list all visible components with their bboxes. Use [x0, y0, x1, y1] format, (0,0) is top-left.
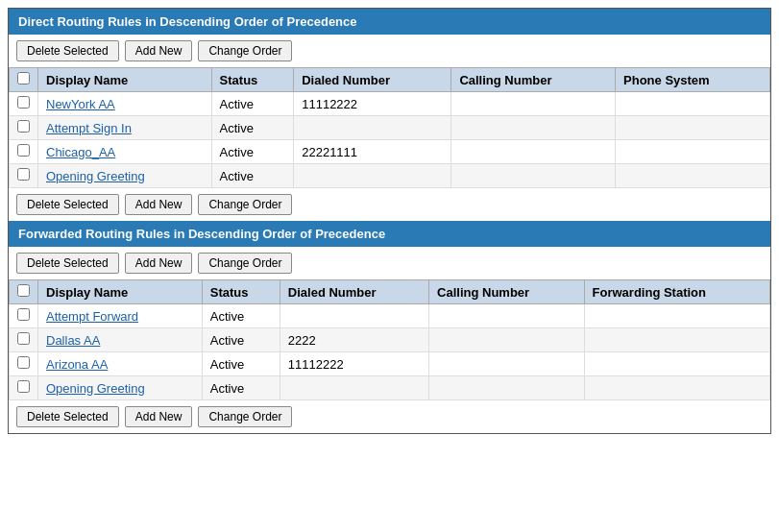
direct-col-phone-system: Phone System [616, 68, 770, 92]
display-name-link[interactable]: Chicago_AA [46, 145, 115, 159]
row-forwarding-station [584, 352, 769, 376]
row-checkbox[interactable] [17, 144, 30, 157]
row-status: Active [202, 328, 280, 352]
direct-routing-table: Display Name Status Dialed Number Callin… [9, 67, 770, 188]
main-container: Direct Routing Rules in Descending Order… [8, 8, 771, 434]
forwarded-col-status: Status [202, 280, 280, 304]
display-name-link[interactable]: Opening Greeting [46, 381, 145, 396]
direct-bottom-add-button[interactable]: Add New [125, 194, 193, 215]
row-checkbox-cell [10, 352, 38, 376]
table-row: Chicago_AA Active 22221111 [10, 140, 770, 164]
row-dialed-number [280, 304, 428, 328]
forwarded-top-delete-button[interactable]: Delete Selected [16, 253, 119, 274]
row-dialed-number: 11112222 [294, 92, 451, 116]
table-row: Arizona AA Active 11112222 [10, 352, 770, 376]
table-row: Dallas AA Active 2222 [10, 328, 770, 352]
row-checkbox-cell [10, 376, 38, 400]
direct-col-dialed-number: Dialed Number [294, 68, 451, 92]
direct-top-button-bar: Delete Selected Add New Change Order [9, 35, 770, 67]
row-dialed-number [294, 164, 451, 188]
forwarded-col-calling-number: Calling Number [429, 280, 584, 304]
row-checkbox[interactable] [17, 356, 30, 369]
row-checkbox[interactable] [17, 168, 30, 181]
table-row: NewYork AA Active 11112222 [10, 92, 770, 116]
direct-bottom-delete-button[interactable]: Delete Selected [16, 194, 119, 215]
display-name-link[interactable]: NewYork AA [46, 97, 115, 111]
row-dialed-number: 22221111 [294, 140, 451, 164]
row-display-name: Opening Greeting [38, 164, 212, 188]
row-display-name: Attempt Sign In [38, 116, 212, 140]
direct-top-order-button[interactable]: Change Order [198, 40, 292, 61]
table-row: Attempt Sign In Active [10, 116, 770, 140]
display-name-link[interactable]: Attempt Forward [46, 309, 138, 324]
row-checkbox-cell [10, 92, 38, 116]
row-phone-system [616, 164, 770, 188]
row-status: Active [202, 304, 280, 328]
row-phone-system [616, 140, 770, 164]
row-status: Active [202, 352, 280, 376]
table-row: Opening Greeting Active [10, 164, 770, 188]
row-status: Active [211, 140, 294, 164]
forwarded-top-add-button[interactable]: Add New [125, 253, 193, 274]
row-calling-number [451, 164, 616, 188]
row-forwarding-station [584, 304, 769, 328]
row-dialed-number: 11112222 [280, 352, 428, 376]
row-calling-number [429, 328, 584, 352]
forwarded-col-dialed-number: Dialed Number [280, 280, 428, 304]
direct-bottom-button-bar: Delete Selected Add New Change Order [9, 188, 770, 221]
display-name-link[interactable]: Arizona AA [46, 357, 108, 372]
row-checkbox-cell [10, 328, 38, 352]
row-display-name: Attempt Forward [38, 304, 203, 328]
forwarded-bottom-order-button[interactable]: Change Order [198, 406, 292, 427]
row-display-name: Opening Greeting [38, 376, 203, 400]
row-checkbox[interactable] [17, 120, 30, 133]
forwarded-header-checkbox-cell [10, 280, 38, 304]
display-name-link[interactable]: Dallas AA [46, 333, 100, 348]
forwarded-top-order-button[interactable]: Change Order [198, 253, 292, 274]
row-calling-number [429, 352, 584, 376]
table-row: Opening Greeting Active [10, 376, 770, 400]
forwarded-bottom-button-bar: Delete Selected Add New Change Order [9, 400, 770, 433]
forwarded-bottom-add-button[interactable]: Add New [125, 406, 193, 427]
row-display-name: Dallas AA [38, 328, 203, 352]
display-name-link[interactable]: Attempt Sign In [46, 121, 132, 135]
forwarded-top-button-bar: Delete Selected Add New Change Order [9, 247, 770, 279]
direct-bottom-order-button[interactable]: Change Order [198, 194, 292, 215]
row-status: Active [211, 116, 294, 140]
direct-header-checkbox-cell [10, 68, 38, 92]
row-dialed-number [280, 376, 428, 400]
row-phone-system [616, 92, 770, 116]
row-forwarding-station [584, 328, 769, 352]
row-display-name: Arizona AA [38, 352, 203, 376]
row-calling-number [451, 92, 616, 116]
forwarded-select-all-checkbox[interactable] [17, 284, 30, 297]
row-calling-number [429, 304, 584, 328]
row-calling-number [451, 116, 616, 140]
direct-col-display-name: Display Name [38, 68, 212, 92]
row-checkbox[interactable] [17, 332, 30, 345]
forwarded-bottom-delete-button[interactable]: Delete Selected [16, 406, 119, 427]
display-name-link[interactable]: Opening Greeting [46, 169, 145, 183]
row-display-name: Chicago_AA [38, 140, 212, 164]
direct-routing-header: Direct Routing Rules in Descending Order… [9, 9, 770, 35]
row-calling-number [429, 376, 584, 400]
table-row: Attempt Forward Active [10, 304, 770, 328]
row-dialed-number: 2222 [280, 328, 428, 352]
row-status: Active [211, 164, 294, 188]
direct-col-calling-number: Calling Number [451, 68, 616, 92]
row-checkbox-cell [10, 116, 38, 140]
row-checkbox-cell [10, 140, 38, 164]
direct-top-delete-button[interactable]: Delete Selected [16, 40, 119, 61]
row-status: Active [202, 376, 280, 400]
row-status: Active [211, 92, 294, 116]
direct-top-add-button[interactable]: Add New [125, 40, 193, 61]
row-checkbox[interactable] [17, 380, 30, 393]
direct-select-all-checkbox[interactable] [17, 72, 30, 85]
row-dialed-number [294, 116, 451, 140]
row-checkbox[interactable] [17, 308, 30, 321]
row-checkbox[interactable] [17, 96, 30, 109]
row-display-name: NewYork AA [38, 92, 212, 116]
row-forwarding-station [584, 376, 769, 400]
row-checkbox-cell [10, 164, 38, 188]
row-checkbox-cell [10, 304, 38, 328]
